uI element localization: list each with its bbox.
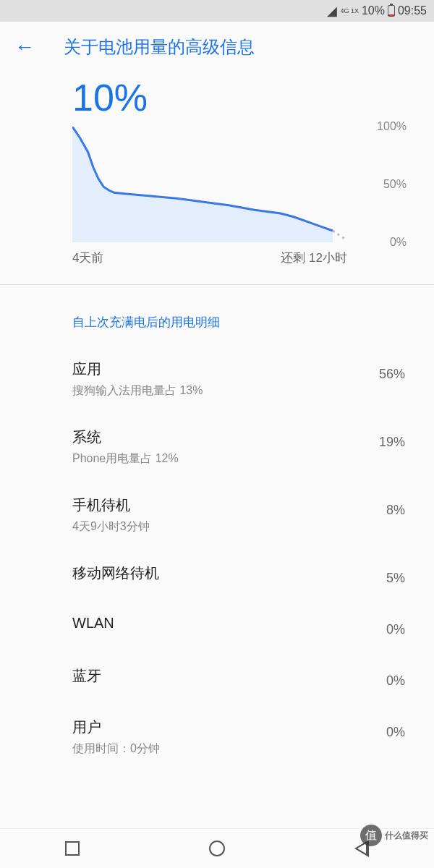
usage-item-percentage: 0%	[386, 666, 405, 689]
chart-y-axis: 100% 50% 0%	[363, 127, 407, 242]
usage-item[interactable]: 移动网络待机5%	[0, 549, 434, 600]
battery-chart: 100% 50% 0% 4天前 还剩 12小时	[72, 127, 405, 266]
x-start-label: 4天前	[72, 250, 103, 266]
usage-item-percentage: 5%	[386, 563, 405, 586]
usage-item-left: 手机待机4天9小时3分钟	[72, 495, 386, 535]
usage-list: 应用搜狗输入法用电量占 13%56%系统Phone用电量占 12%19%手机待机…	[0, 345, 434, 771]
usage-item-title: WLAN	[72, 615, 386, 631]
wifi-icon: ◢	[327, 3, 337, 19]
chart-x-axis: 4天前 还剩 12小时	[72, 242, 347, 266]
battery-current-percentage: 10%	[0, 72, 434, 127]
battery-icon	[388, 5, 395, 17]
usage-item-left: WLAN	[72, 615, 386, 631]
usage-item-left: 系统Phone用电量占 12%	[72, 427, 379, 467]
usage-item-left: 移动网络待机	[72, 563, 386, 583]
y-tick-0: 0%	[390, 236, 407, 249]
usage-item-subtitle: Phone用电量占 12%	[72, 451, 379, 467]
usage-item-left: 蓝牙	[72, 666, 386, 686]
usage-item-title: 用户	[72, 718, 386, 737]
usage-item-percentage: 8%	[386, 495, 405, 518]
status-battery-pct: 10%	[362, 4, 385, 17]
y-tick-50: 50%	[383, 178, 407, 191]
usage-item-title: 应用	[72, 359, 379, 379]
battery-chart-svg	[72, 127, 347, 242]
usage-item-title: 蓝牙	[72, 666, 386, 686]
usage-item-title: 系统	[72, 427, 379, 447]
usage-item-percentage: 0%	[386, 615, 405, 637]
usage-item-left: 用户使用时间：0分钟	[72, 718, 386, 757]
back-button[interactable]: ←	[14, 35, 35, 59]
usage-item[interactable]: 手机待机4天9小时3分钟8%	[0, 481, 434, 549]
watermark-text: 什么值得买	[385, 830, 428, 842]
usage-item-percentage: 19%	[379, 427, 405, 450]
page-title: 关于电池用量的高级信息	[64, 35, 255, 59]
action-bar: ← 关于电池用量的高级信息	[0, 22, 434, 72]
network-type: 4G 1X	[340, 8, 359, 14]
y-tick-100: 100%	[377, 120, 407, 133]
usage-item-percentage: 0%	[386, 718, 405, 740]
usage-item-left: 应用搜狗输入法用电量占 13%	[72, 359, 379, 399]
usage-item[interactable]: 用户使用时间：0分钟0%	[0, 703, 434, 771]
status-bar: ◢ 4G 1X 10% 09:55	[0, 0, 434, 22]
usage-item-title: 移动网络待机	[72, 563, 386, 583]
recent-apps-button[interactable]	[65, 841, 80, 856]
usage-item[interactable]: 蓝牙0%	[0, 652, 434, 703]
status-time: 09:55	[398, 4, 427, 17]
watermark-icon: 值	[360, 825, 382, 846]
home-button[interactable]	[209, 841, 225, 856]
usage-item-title: 手机待机	[72, 495, 386, 515]
usage-item-subtitle: 搜狗输入法用电量占 13%	[72, 383, 379, 399]
usage-item-percentage: 56%	[379, 359, 405, 382]
watermark: 值 什么值得买	[360, 825, 428, 846]
usage-item-subtitle: 4天9小时3分钟	[72, 519, 386, 535]
usage-section-header: 自上次充满电后的用电明细	[0, 285, 434, 345]
usage-item[interactable]: 应用搜狗输入法用电量占 13%56%	[0, 345, 434, 413]
usage-item-subtitle: 使用时间：0分钟	[72, 741, 386, 757]
x-end-label: 还剩 12小时	[281, 250, 347, 266]
usage-item[interactable]: WLAN0%	[0, 600, 434, 652]
usage-item[interactable]: 系统Phone用电量占 12%19%	[0, 413, 434, 481]
